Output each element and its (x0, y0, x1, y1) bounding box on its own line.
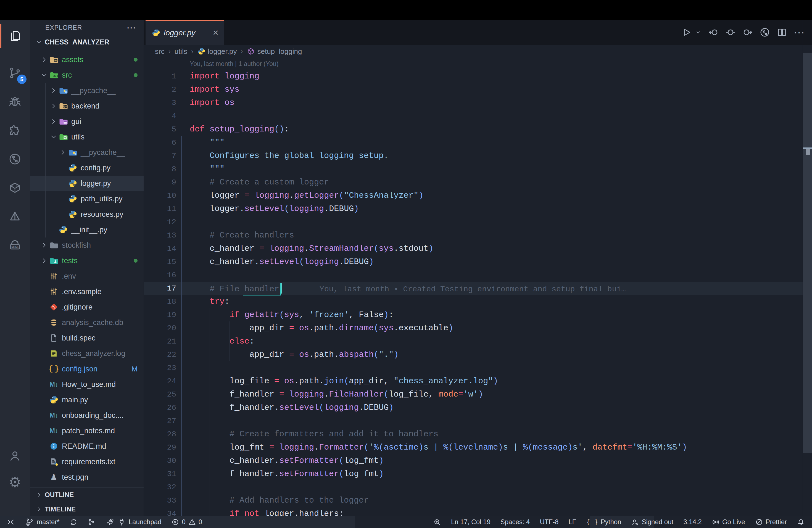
status-commit-graph[interactable] (88, 518, 96, 526)
code-line-13[interactable]: 13 # Create handlers (144, 229, 812, 242)
tree-item-logger-py[interactable]: logger.py (30, 176, 144, 191)
code-line-32[interactable]: 32 (144, 481, 812, 494)
code-line-14[interactable]: 14 c_handler = logging.StreamHandler(sys… (144, 242, 812, 255)
code-line-29[interactable]: 29 log_fmt = logging.Formatter('%(asctim… (144, 441, 812, 454)
tree-item-gui[interactable]: gui (30, 114, 144, 129)
code-line-22[interactable]: 22 app_dir = os.path.abspath(".") (144, 348, 812, 361)
code-line-5[interactable]: 5def setup_logging(): (144, 122, 812, 136)
tree-item--pycache-[interactable]: __pycache__ (30, 83, 144, 98)
activity-item-settings[interactable]: ⚙ (0, 469, 30, 495)
chevron-right-icon[interactable] (40, 241, 48, 249)
go-back-icon[interactable] (708, 27, 719, 38)
code-area[interactable]: 1import logging2import sys3import os45de… (144, 70, 812, 516)
tree-item-stockfish[interactable]: stockfish (30, 237, 144, 253)
tree-item-src[interactable]: </>src (30, 68, 144, 83)
code-line-3[interactable]: 3import os (144, 96, 812, 109)
gitlens-file-history-icon[interactable] (759, 27, 770, 38)
tree-item-patch-notes-md[interactable]: M↓patch_notes.md (30, 423, 144, 439)
status-problems[interactable]: 00 (171, 518, 202, 526)
code-line-33[interactable]: 33 # Add handlers to the logger (144, 494, 812, 507)
tree-item-main-py[interactable]: main.py (30, 392, 144, 408)
tree-item-assets[interactable]: assets (30, 52, 144, 68)
tree-item-backend[interactable]: backend (30, 98, 144, 114)
code-line-31[interactable]: 31 f_handler.setFormatter(log_fmt) (144, 467, 812, 481)
code-line-4[interactable]: 4 (144, 109, 812, 122)
section-outline[interactable]: OUTLINE (30, 487, 144, 502)
tree-item-path-utils-py[interactable]: path_utils.py (30, 191, 144, 207)
code-line-15[interactable]: 15 c_handler.setLevel(logging.DEBUG) (144, 255, 812, 268)
activity-item-accounts[interactable] (0, 443, 30, 469)
code-line-24[interactable]: 24 log_file = os.path.join(app_dir, "che… (144, 375, 812, 388)
breadcrumb-item-logger-py[interactable]: logger.py (197, 47, 237, 56)
tree-item--env-sample[interactable]: .env.sample (30, 284, 144, 299)
code-line-10[interactable]: 10 logger = logging.getLogger("ChessAnal… (144, 189, 812, 202)
activity-item-extensions[interactable] (0, 116, 30, 145)
status-encoding[interactable]: UTF-8 (540, 518, 559, 526)
tree-item-config-py[interactable]: config.py (30, 160, 144, 176)
status-notifications[interactable] (797, 518, 805, 526)
chevron-right-icon[interactable] (59, 149, 67, 156)
breadcrumb-item-utils[interactable]: utils (175, 47, 187, 56)
chevron-right-icon[interactable] (50, 87, 57, 94)
current-position-icon[interactable] (725, 27, 736, 38)
close-tab-icon[interactable]: ✕ (208, 28, 219, 37)
code-line-30[interactable]: 30 c_handler.setFormatter(log_fmt) (144, 454, 812, 467)
status-go-live[interactable]: Go Live (712, 518, 745, 526)
status-launchpad[interactable]: Launchpad (105, 517, 162, 527)
tree-item--env[interactable]: .env (30, 268, 144, 284)
tree-item-test-pgn[interactable]: ♟test.pgn (30, 469, 144, 485)
activity-item-source-control[interactable]: 5 (0, 59, 30, 87)
code-line-2[interactable]: 2import sys (144, 83, 812, 96)
code-line-6[interactable]: 6 """ (144, 136, 812, 149)
code-line-23[interactable]: 23 (144, 361, 812, 375)
tab-logger-py[interactable]: logger.py ✕ (146, 20, 224, 45)
status-remote[interactable] (6, 517, 15, 527)
breadcrumb-item-src[interactable]: src (155, 47, 164, 56)
tree-item-resources-py[interactable]: resources.py (30, 207, 144, 222)
code-line-12[interactable]: 12 (144, 216, 812, 229)
status-branch[interactable]: master* (25, 517, 60, 527)
activity-item-containers[interactable] (0, 173, 30, 202)
chevron-right-icon[interactable] (40, 257, 48, 265)
tree-item--init-py[interactable]: __init__.py (30, 222, 144, 237)
chevron-right-icon[interactable] (50, 102, 57, 110)
code-line-21[interactable]: 21 else: (144, 335, 812, 348)
code-line-7[interactable]: 7 Configures the global logging setup. (144, 149, 812, 162)
activity-item-run-and-debug[interactable] (0, 87, 30, 116)
chevron-down-icon[interactable] (50, 133, 57, 141)
tree-item--pycache-[interactable]: __pycache__ (30, 145, 144, 160)
activity-item-explorer[interactable] (0, 21, 30, 50)
go-forward-icon[interactable] (742, 27, 753, 38)
tree-item-readme-md[interactable]: README.md (30, 439, 144, 454)
code-line-11[interactable]: 11 logger.setLevel(logging.DEBUG) (144, 202, 812, 216)
status-prettier[interactable]: Prettier (755, 518, 787, 526)
code-line-34[interactable]: 34 if not logger.handlers: (144, 507, 812, 516)
code-line-17[interactable]: 17 # File handlerYou, last month • Creat… (144, 282, 812, 295)
tree-item-how-to-use-md[interactable]: M↓How_to_use.md (30, 377, 144, 392)
chevron-down-icon[interactable] (40, 71, 48, 79)
tree-item-onboarding-doc-[interactable]: M↓onboarding_doc.... (30, 408, 144, 423)
activity-item-gitlens[interactable] (0, 145, 30, 173)
codelens-authors[interactable]: You, last month | 1 author (You) (144, 58, 278, 70)
status-cursor-position[interactable]: Ln 17, Col 19 (451, 518, 491, 526)
code-line-1[interactable]: 1import logging (144, 70, 812, 83)
status-zoom[interactable] (433, 518, 441, 526)
code-line-9[interactable]: 9 # Create a custom logger (144, 176, 812, 189)
code-line-8[interactable]: 8 """ (144, 162, 812, 176)
run-python-file-icon[interactable] (681, 27, 692, 38)
tree-item-config-json[interactable]: { }config.jsonM (30, 361, 144, 377)
status-python-version[interactable]: 3.14.2 (683, 518, 702, 526)
breadcrumb-item-setup-logging[interactable]: setup_logging (247, 47, 302, 56)
status-indentation[interactable]: Spaces: 4 (501, 518, 530, 526)
section-timeline[interactable]: TIMELINE (30, 502, 144, 516)
scrollbar-slider[interactable] (803, 53, 812, 453)
code-line-18[interactable]: 18 try: (144, 295, 812, 308)
code-line-16[interactable]: 16 (144, 268, 812, 282)
tree-item-tests[interactable]: tests (30, 253, 144, 268)
status-language-mode[interactable]: { }Python (586, 518, 621, 526)
activity-item-m365[interactable]: M365 (0, 231, 30, 260)
tree-item-requirements-txt[interactable]: requirements.txt (30, 454, 144, 469)
code-line-26[interactable]: 26 f_handler.setLevel(logging.DEBUG) (144, 401, 812, 414)
chevron-right-icon[interactable] (50, 118, 57, 126)
tree-item--gitignore[interactable]: .gitignore (30, 299, 144, 315)
